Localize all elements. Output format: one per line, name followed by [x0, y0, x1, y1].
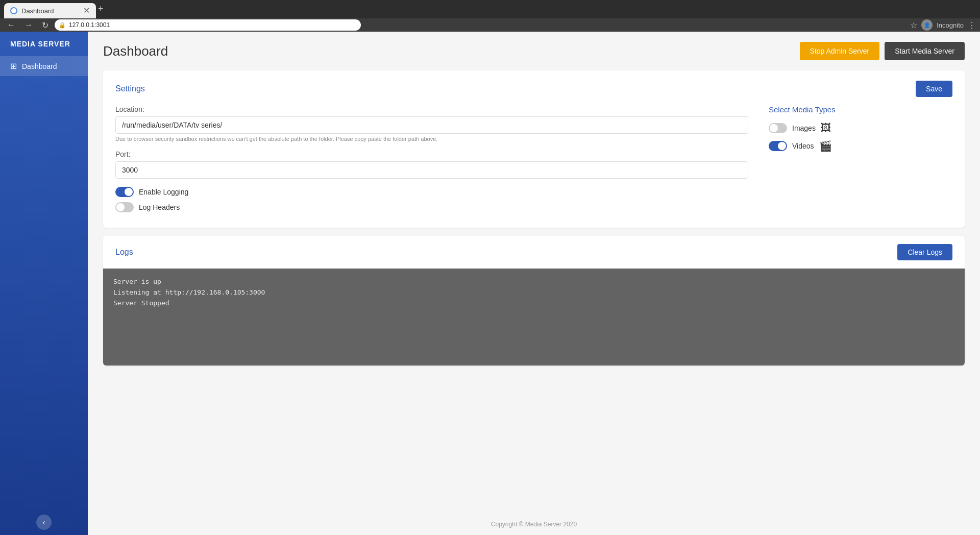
browser-tabs: Dashboard ✕ +	[0, 0, 980, 18]
enable-logging-row: Enable Logging	[115, 187, 748, 197]
videos-label: Videos	[792, 142, 814, 150]
browser-tab-active[interactable]: Dashboard ✕	[4, 3, 96, 18]
images-icon: 🖼	[821, 122, 831, 134]
settings-card: Settings Save Location: Due to browser s…	[103, 70, 965, 228]
log-line-2: Listening at http://192.168.0.105:3000	[113, 287, 954, 298]
page-title: Dashboard	[103, 43, 168, 59]
toolbar-right: ☆ 👤 Incognito ⋮	[910, 19, 976, 31]
port-group: Port:	[115, 150, 748, 179]
images-label: Images	[792, 124, 816, 132]
tab-title: Dashboard	[21, 7, 54, 15]
user-label: Incognito	[937, 21, 964, 29]
avatar[interactable]: 👤	[921, 19, 933, 31]
enable-logging-toggle[interactable]	[115, 187, 134, 197]
media-type-images-row: Images 🖼	[769, 122, 952, 134]
images-toggle[interactable]	[769, 123, 787, 133]
videos-icon: 🎬	[819, 140, 832, 152]
footer: Copyright © Media Server 2020	[88, 514, 980, 535]
forward-button[interactable]: →	[21, 19, 36, 31]
sidebar-item-dashboard[interactable]: ⊞ Dashboard	[0, 56, 88, 76]
sidebar-nav: ⊞ Dashboard	[0, 56, 88, 509]
media-type-videos-row: Videos 🎬	[769, 140, 952, 152]
dashboard-icon: ⊞	[10, 61, 17, 71]
log-line-1: Server is up	[113, 277, 954, 287]
tab-favicon	[10, 7, 17, 14]
log-headers-toggle[interactable]	[115, 202, 134, 212]
log-headers-label: Log Headers	[139, 203, 180, 211]
port-label: Port:	[115, 150, 748, 158]
enable-logging-label: Enable Logging	[139, 188, 188, 196]
settings-title: Settings	[115, 84, 145, 93]
back-button[interactable]: ←	[4, 19, 18, 31]
port-input[interactable]	[115, 161, 748, 179]
sidebar-app-title: MEDIA SERVER	[0, 32, 88, 56]
logs-header: Logs Clear Logs	[103, 236, 965, 269]
location-label: Location:	[115, 105, 748, 113]
save-button[interactable]: Save	[916, 81, 952, 97]
header-actions: Stop Admin Server Start Media Server	[800, 42, 965, 60]
settings-body: Location: Due to browser security sandbo…	[115, 105, 952, 217]
refresh-button[interactable]: ↻	[39, 19, 52, 31]
footer-text: Copyright © Media Server 2020	[491, 521, 577, 528]
log-line-3: Server Stopped	[113, 298, 954, 309]
logs-card: Logs Clear Logs Server is up Listening a…	[103, 236, 965, 366]
main-inner: Dashboard Stop Admin Server Start Media …	[88, 32, 980, 514]
videos-toggle-knob	[778, 142, 786, 150]
bookmark-icon[interactable]: ☆	[910, 20, 917, 30]
new-tab-button[interactable]: +	[98, 4, 104, 14]
collapse-button[interactable]: ‹	[36, 515, 52, 530]
tab-close-button[interactable]: ✕	[83, 7, 90, 15]
app-layout: MEDIA SERVER ⊞ Dashboard ‹ Dashboard Sto…	[0, 32, 980, 535]
log-headers-knob	[116, 203, 125, 211]
menu-icon[interactable]: ⋮	[968, 20, 976, 30]
settings-card-header: Settings Save	[115, 81, 952, 97]
enable-logging-knob	[125, 188, 133, 196]
log-headers-row: Log Headers	[115, 202, 748, 212]
lock-icon: 🔒	[59, 22, 66, 29]
settings-right: Select Media Types Images 🖼	[769, 105, 952, 217]
page-header: Dashboard Stop Admin Server Start Media …	[103, 42, 965, 60]
main-content: Dashboard Stop Admin Server Start Media …	[88, 32, 980, 535]
browser-chrome: Dashboard ✕ + ← → ↻ 🔒 127.0.0.1:3001 ☆ 👤…	[0, 0, 980, 32]
settings-left: Location: Due to browser security sandbo…	[115, 105, 748, 217]
media-types-title: Select Media Types	[769, 105, 952, 114]
images-toggle-knob	[770, 124, 778, 132]
sidebar-item-label: Dashboard	[22, 62, 57, 70]
sidebar: MEDIA SERVER ⊞ Dashboard ‹	[0, 32, 88, 535]
clear-logs-button[interactable]: Clear Logs	[897, 244, 952, 260]
browser-toolbar: ← → ↻ 🔒 127.0.0.1:3001 ☆ 👤 Incognito ⋮	[0, 18, 980, 32]
address-bar[interactable]: 🔒 127.0.0.1:3001	[55, 19, 361, 31]
collapse-icon: ‹	[43, 518, 45, 526]
location-hint: Due to browser security sandbox restrict…	[115, 136, 748, 142]
location-input[interactable]	[115, 116, 748, 134]
svg-point-0	[11, 8, 16, 13]
address-url: 127.0.0.1:3001	[69, 21, 110, 29]
sidebar-collapse-area: ‹	[0, 509, 88, 535]
videos-toggle[interactable]	[769, 141, 787, 151]
location-group: Location: Due to browser security sandbo…	[115, 105, 748, 142]
stop-admin-server-button[interactable]: Stop Admin Server	[800, 42, 880, 60]
start-media-server-button[interactable]: Start Media Server	[885, 42, 965, 60]
logs-title: Logs	[115, 248, 133, 257]
logs-body: Server is up Listening at http://192.168…	[103, 269, 965, 366]
